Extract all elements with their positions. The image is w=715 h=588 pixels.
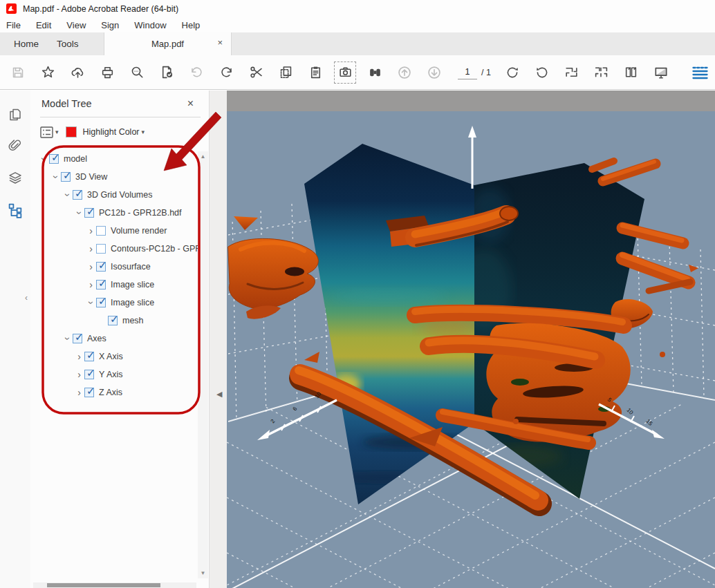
save-button[interactable]	[10, 64, 26, 81]
snapshot-camera-button[interactable]	[337, 64, 353, 81]
collapsed-chevron-icon[interactable]: ›	[86, 262, 96, 272]
scroll-up-icon[interactable]: ▲	[198, 153, 208, 160]
checkbox[interactable]	[96, 226, 106, 236]
checkbox[interactable]	[49, 154, 59, 164]
tab-document[interactable]: Map.pdf ×	[104, 32, 232, 55]
tree-item-axes[interactable]: ›Axes	[30, 330, 198, 348]
tree-item-y-axis[interactable]: ›Y Axis	[30, 366, 198, 383]
collapsed-chevron-icon[interactable]: ›	[74, 352, 84, 361]
highlight-caret-icon[interactable]: ▾	[142, 129, 145, 135]
tree-item-isosurface[interactable]: ›Isosurface	[30, 258, 198, 276]
collapsed-chevron-icon[interactable]: ›	[86, 280, 96, 290]
attachments-paperclip-icon[interactable]	[0, 131, 30, 162]
collapsed-chevron-icon[interactable]: ›	[86, 226, 96, 236]
scroll-down-icon[interactable]: ▼	[198, 570, 208, 576]
expand-chevron-icon[interactable]: ›	[63, 334, 73, 344]
expand-chevron-icon[interactable]: ›	[86, 298, 96, 308]
3d-model-canvas[interactable]: 2 6 10 5 10 15	[227, 111, 715, 588]
tab-tools[interactable]: Tools	[47, 32, 89, 55]
model-tree-list: ›model ›3D View ›3D Grid Volumes ›PC12b …	[30, 150, 198, 578]
horizontal-scrollbar[interactable]	[33, 582, 196, 588]
redo-button[interactable]	[218, 64, 234, 81]
tab-document-label: Map.pdf	[151, 39, 184, 49]
checkbox[interactable]	[84, 352, 94, 361]
expand-chevron-icon[interactable]: ›	[75, 208, 84, 218]
panel-close-icon[interactable]: ×	[187, 97, 194, 110]
checkbox[interactable]	[84, 208, 94, 218]
checkbox[interactable]	[61, 172, 71, 182]
model-tree-icon[interactable]	[0, 194, 30, 226]
tree-item-image-slice-1[interactable]: ›Image slice	[30, 276, 198, 294]
tree-item-volume-render[interactable]: ›Volume render	[30, 222, 198, 240]
checkbox[interactable]	[96, 280, 106, 290]
options-caret-icon[interactable]: ▾	[55, 129, 59, 135]
tree-item-z-axis[interactable]: ›Z Axis	[30, 383, 198, 401]
menu-file[interactable]: File	[0, 20, 28, 30]
vertical-scrollbar[interactable]: ▲ ▼	[198, 151, 208, 578]
model-tree-panel: Model Tree × ▾ Highlight Color ▾ ›model …	[30, 91, 210, 588]
tree-item-3d-grid-volumes[interactable]: ›3D Grid Volumes	[30, 186, 198, 204]
tree-item-contours[interactable]: ›Contours-PC12b - GPR1	[30, 240, 198, 258]
tree-options-button[interactable]	[40, 126, 53, 138]
scrollbar-thumb[interactable]	[47, 583, 160, 587]
fit-multi-button[interactable]	[593, 64, 610, 81]
tree-item-mesh[interactable]: ›mesh	[30, 312, 198, 330]
menu-edit[interactable]: Edit	[28, 20, 59, 30]
collapsed-chevron-icon[interactable]: ›	[74, 370, 84, 379]
highlight-color-swatch[interactable]	[66, 126, 77, 137]
previous-page-button[interactable]	[396, 64, 413, 81]
expand-chevron-icon[interactable]: ›	[51, 172, 61, 182]
collapse-panel-icon[interactable]: ◀	[216, 390, 222, 399]
y-axis-tick: 10	[626, 407, 635, 416]
tree-item-image-slice-2[interactable]: ›Image slice	[30, 294, 198, 312]
panel-title: Model Tree	[41, 98, 92, 109]
find-binoculars-button[interactable]	[366, 64, 383, 81]
menu-sign[interactable]: Sign	[93, 20, 127, 30]
expand-chevron-icon[interactable]: ›	[39, 154, 49, 164]
collapsed-chevron-icon[interactable]: ›	[86, 244, 96, 254]
checkbox[interactable]	[96, 262, 106, 272]
copy-pages-button[interactable]	[277, 64, 294, 81]
share-cloud-button[interactable]	[69, 64, 86, 81]
x-axis-tick: 2	[270, 418, 277, 425]
checkbox[interactable]	[96, 298, 106, 307]
cut-scissors-button[interactable]	[248, 64, 264, 81]
z-axis-arrow	[468, 126, 476, 189]
checkbox[interactable]	[84, 388, 94, 397]
close-tab-icon[interactable]: ×	[217, 38, 223, 47]
checkbox[interactable]	[108, 316, 118, 325]
collapsed-chevron-icon[interactable]: ›	[74, 388, 84, 397]
favorite-star-button[interactable]	[39, 64, 56, 81]
fullscreen-monitor-button[interactable]	[653, 64, 669, 81]
menu-window[interactable]: Window	[127, 20, 174, 30]
title-bar: Map.pdf - Adobe Acrobat Reader (64-bit)	[0, 0, 715, 17]
tab-home[interactable]: Home	[4, 32, 48, 55]
checkbox[interactable]	[96, 244, 106, 254]
rotate-clockwise-button[interactable]	[504, 64, 521, 81]
document-top-bar	[227, 91, 715, 112]
search-zoom-button[interactable]	[129, 64, 145, 81]
rotate-counterclockwise-button[interactable]	[534, 64, 550, 81]
layers-icon[interactable]	[0, 162, 30, 194]
tree-item-pc12b[interactable]: ›PC12b - GPR12B.hdf	[30, 204, 198, 222]
expand-chevron-icon[interactable]: ›	[63, 190, 73, 200]
two-page-view-button[interactable]	[623, 64, 640, 81]
menu-lines-button[interactable]	[691, 64, 708, 81]
menu-view[interactable]: View	[59, 20, 93, 30]
checkbox[interactable]	[73, 190, 82, 200]
print-button[interactable]	[99, 64, 115, 81]
clipboard-paste-button[interactable]	[307, 64, 324, 81]
checkbox[interactable]	[73, 334, 82, 343]
menu-bar: File Edit View Sign Window Help	[0, 17, 715, 32]
tree-item-model[interactable]: ›model	[30, 150, 198, 168]
page-thumbnails-icon[interactable]	[0, 99, 30, 131]
page-number-input[interactable]	[458, 66, 477, 79]
tree-item-3d-view[interactable]: ›3D View	[30, 168, 198, 186]
undo-button[interactable]	[188, 64, 205, 81]
export-check-button[interactable]	[158, 64, 175, 81]
fit-page-button[interactable]	[564, 64, 580, 81]
checkbox[interactable]	[84, 370, 94, 379]
menu-help[interactable]: Help	[174, 20, 208, 30]
next-page-button[interactable]	[426, 64, 443, 81]
tree-item-x-axis[interactable]: ›X Axis	[30, 348, 198, 366]
